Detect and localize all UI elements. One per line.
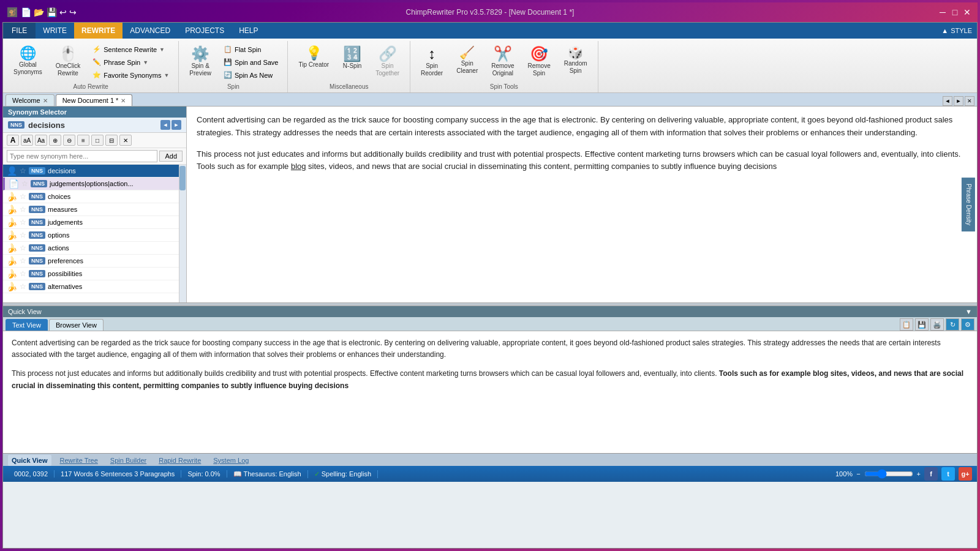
spin-preview-button[interactable]: ⚙️ Spin &Preview xyxy=(184,43,217,80)
browser-view-tab[interactable]: Browser View xyxy=(49,319,104,331)
text-view-tab[interactable]: Text View xyxy=(6,319,48,331)
prev-word-button[interactable]: ◄ xyxy=(160,120,170,130)
zoom-plus-button[interactable]: + xyxy=(917,470,921,478)
menu-write[interactable]: WRITE xyxy=(36,23,74,39)
open-icon[interactable]: 📂 xyxy=(34,7,44,17)
synonym-item-multi[interactable]: 📄 ☆ NNS judgements|options|action... xyxy=(3,178,179,190)
banana-icon-7: 🍌 xyxy=(7,269,17,279)
ribbon: 🌐 GlobalSynonyms 🖱️ OneClickRewrite ⚡ Se… xyxy=(3,39,977,93)
maximize-button[interactable]: □ xyxy=(949,7,960,18)
bottom-tab-spin-builder[interactable]: Spin Builder xyxy=(107,455,150,466)
spin-cleaner-button[interactable]: 🧹 SpinCleaner xyxy=(451,43,483,78)
global-synonyms-label: GlobalSynonyms xyxy=(13,61,42,76)
tab-close-button[interactable]: ✕ xyxy=(965,96,974,106)
banana-icon-3: 🍌 xyxy=(7,217,17,227)
sidebar-scrollbar[interactable] xyxy=(179,165,186,302)
spin-as-new-button[interactable]: 🔄 Spin As New xyxy=(219,69,283,81)
synonym-item-choices[interactable]: 🍌 ☆ NNS choices xyxy=(3,190,179,203)
format-btn-9[interactable]: ✕ xyxy=(119,135,132,146)
undo-icon[interactable]: ↩ xyxy=(59,7,67,17)
menu-advanced[interactable]: ADVANCED xyxy=(123,23,178,39)
spin-reorder-button[interactable]: ↕️ SpinReorder xyxy=(415,43,448,80)
synonym-toolbar: A aA Aa ⊕ ⊖ ≡ □ ⊟ ✕ xyxy=(3,133,186,148)
zoom-slider[interactable] xyxy=(864,469,913,479)
spin-percentage: Spin: 0.0% xyxy=(181,470,227,478)
oneclick-rewrite-button[interactable]: 🖱️ OneClickRewrite xyxy=(50,43,86,80)
qv-refresh-button[interactable]: ↻ xyxy=(946,318,959,331)
synonym-item-alternatives[interactable]: 🍌 ☆ NNS alternatives xyxy=(3,280,179,293)
favorite-synonyms-button[interactable]: ⭐ Favorite Synonyms ▼ xyxy=(88,69,173,81)
tag-3: NNS xyxy=(29,193,45,200)
welcome-close-button[interactable]: ✕ xyxy=(43,97,48,104)
remove-original-icon: ✂️ xyxy=(494,47,512,61)
spin-save-button[interactable]: 💾 Spin and Save xyxy=(219,56,283,68)
misc-label: Miscellaneous xyxy=(330,83,368,90)
format-btn-2[interactable]: aA xyxy=(21,135,33,146)
tab-prev-button[interactable]: ◄ xyxy=(943,96,952,106)
synonym-input[interactable] xyxy=(7,150,157,162)
editor-paragraph-1: Content advertising can be regarded as t… xyxy=(197,114,967,140)
remove-original-button[interactable]: ✂️ RemoveOriginal xyxy=(486,43,519,80)
cursor-position: 0002, 0392 xyxy=(8,470,55,478)
minimize-button[interactable]: ─ xyxy=(937,7,948,18)
synonym-item-decisions[interactable]: 👤 ☆ NNS decisions xyxy=(3,165,179,178)
bottom-tab-rapid-rewrite[interactable]: Rapid Rewrite xyxy=(155,455,205,466)
blog-link[interactable]: blog xyxy=(291,162,306,171)
menu-help[interactable]: HELP xyxy=(232,23,265,39)
format-btn-3[interactable]: Aa xyxy=(35,135,47,146)
synonym-item-possibilities[interactable]: 🍌 ☆ NNS possibilities xyxy=(3,268,179,280)
quick-view-collapse-icon[interactable]: ▼ xyxy=(965,308,972,315)
star-icon-5: ☆ xyxy=(20,218,26,227)
next-word-button[interactable]: ► xyxy=(172,120,181,130)
phrase-density-tab[interactable]: Phrase Density xyxy=(962,178,975,231)
facebook-icon[interactable]: f xyxy=(924,467,938,481)
new-icon[interactable]: 📄 xyxy=(21,7,31,17)
new-doc-close-button[interactable]: ✕ xyxy=(121,97,126,104)
remove-spin-button[interactable]: 🎯 RemoveSpin xyxy=(522,43,556,80)
scrollbar-thumb[interactable] xyxy=(179,166,186,190)
welcome-tab[interactable]: Welcome ✕ xyxy=(6,94,55,106)
qv-print-button[interactable]: 🖨️ xyxy=(930,318,944,331)
format-btn-7[interactable]: □ xyxy=(91,135,104,146)
redo-icon[interactable]: ↪ xyxy=(69,7,77,17)
synonym-item-measures[interactable]: 🍌 ☆ NNS measures xyxy=(3,203,179,216)
add-synonym-button[interactable]: Add xyxy=(159,151,183,162)
googleplus-icon[interactable]: g+ xyxy=(959,467,972,481)
spin-together-button[interactable]: 🔗 SpinTogether xyxy=(370,43,405,80)
bottom-tabs: Quick View Rewrite Tree Spin Builder Rap… xyxy=(3,453,977,466)
format-btn-5[interactable]: ⊖ xyxy=(63,135,75,146)
sentence-rewrite-button[interactable]: ⚡ Sentence Rewrite ▼ xyxy=(88,43,173,55)
format-btn-8[interactable]: ⊟ xyxy=(105,135,118,146)
bottom-tab-system-log[interactable]: System Log xyxy=(209,455,252,466)
menu-projects[interactable]: PROJECTS xyxy=(178,23,232,39)
flat-spin-button[interactable]: 📋 Flat Spin xyxy=(219,43,283,55)
qv-save-button[interactable]: 💾 xyxy=(915,318,929,331)
global-synonyms-button[interactable]: 🌐 GlobalSynonyms xyxy=(8,43,48,79)
twitter-icon[interactable]: t xyxy=(941,467,955,481)
text-editor[interactable]: Content advertising can be regarded as t… xyxy=(187,107,977,302)
format-btn-6[interactable]: ≡ xyxy=(77,135,89,146)
qv-settings-button[interactable]: ⚙ xyxy=(961,318,974,331)
synonym-item-options[interactable]: 🍌 ☆ NNS options xyxy=(3,229,179,242)
qv-copy-button[interactable]: 📋 xyxy=(900,318,913,331)
synonym-item-judgements[interactable]: 🍌 ☆ NNS judgements xyxy=(3,216,179,229)
menu-bar: FILE WRITE REWRITE ADVANCED PROJECTS HEL… xyxy=(3,23,977,39)
random-spin-button[interactable]: 🎲 RandomSpin xyxy=(559,43,593,78)
n-spin-button[interactable]: 🔢 N-Spin xyxy=(337,43,368,73)
document-tabs: Welcome ✕ New Document 1 * ✕ ◄ ► ✕ xyxy=(3,93,977,107)
tab-next-button[interactable]: ► xyxy=(954,96,963,106)
save-icon[interactable]: 💾 xyxy=(47,7,57,17)
tip-creator-button[interactable]: 💡 Tip Creator xyxy=(293,43,334,72)
synonym-item-actions[interactable]: 🍌 ☆ NNS actions xyxy=(3,242,179,255)
phrase-spin-button[interactable]: ✏️ Phrase Spin ▼ xyxy=(88,56,173,68)
format-btn-1[interactable]: A xyxy=(7,135,19,146)
zoom-minus-button[interactable]: − xyxy=(856,470,860,478)
close-button[interactable]: ✕ xyxy=(962,7,973,18)
synonym-item-preferences[interactable]: 🍌 ☆ NNS preferences xyxy=(3,255,179,268)
bottom-tab-quick-view[interactable]: Quick View xyxy=(8,455,51,466)
menu-rewrite[interactable]: REWRITE xyxy=(74,23,123,39)
bottom-tab-rewrite-tree[interactable]: Rewrite Tree xyxy=(56,455,102,466)
menu-file[interactable]: FILE xyxy=(3,23,36,39)
format-btn-4[interactable]: ⊕ xyxy=(49,135,61,146)
new-document-tab[interactable]: New Document 1 * ✕ xyxy=(56,94,133,106)
